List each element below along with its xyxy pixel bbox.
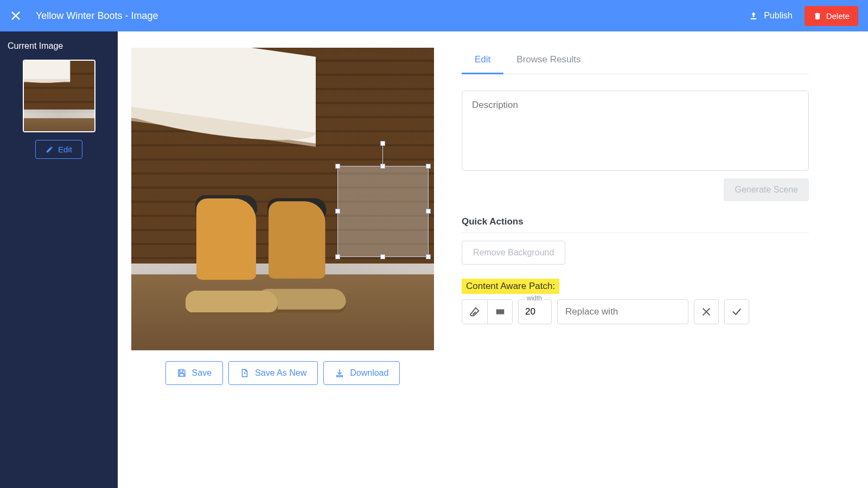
download-icon [335,368,344,378]
trash-icon [813,11,822,20]
cancel-patch-button[interactable] [694,299,719,324]
download-button[interactable]: Download [323,361,400,385]
file-plus-icon [240,368,250,378]
current-image-thumbnail[interactable] [23,60,95,132]
eraser-icon [469,306,481,318]
save-label: Save [192,368,212,378]
width-label: width [525,294,544,302]
delete-label: Delete [826,11,850,21]
svg-rect-0 [496,309,504,314]
save-button[interactable]: Save [165,361,223,385]
save-icon [177,368,187,378]
close-icon [701,306,712,317]
save-as-new-button[interactable]: Save As New [228,361,318,385]
tab-browse-results[interactable]: Browse Results [503,48,593,74]
generate-scene-button[interactable]: Generate Scene [724,178,809,201]
download-label: Download [350,368,388,378]
delete-button[interactable]: Delete [805,6,858,26]
rectangle-icon [494,306,506,318]
rectangle-tool-button[interactable] [487,300,512,324]
upload-icon [749,11,758,21]
image-canvas[interactable] [131,48,434,350]
apply-patch-button[interactable] [724,299,749,324]
selection-box[interactable] [337,166,429,257]
publish-button[interactable]: Publish [749,11,792,21]
rotate-handle[interactable] [380,141,385,146]
tab-edit[interactable]: Edit [462,48,503,74]
width-input[interactable] [518,299,552,324]
quick-actions-heading: Quick Actions [462,216,809,227]
remove-background-button[interactable]: Remove Background [462,241,565,265]
close-icon[interactable] [10,10,22,22]
replace-with-input[interactable] [557,299,688,324]
edit-label: Edit [58,145,72,154]
sidebar: Current Image Edit [0,31,118,488]
content-aware-patch-label: Content Aware Patch: [462,279,559,294]
brush-mode-toggle [462,299,513,324]
page-title: Yellow Winter Boots - Image [36,10,749,22]
divider [462,233,809,233]
pencil-icon [46,145,54,153]
top-bar: Yellow Winter Boots - Image Publish Dele… [0,0,868,31]
description-input[interactable] [462,91,809,171]
save-as-new-label: Save As New [255,368,307,378]
edit-button[interactable]: Edit [35,140,82,159]
panel-tabs: Edit Browse Results [462,48,809,74]
publish-label: Publish [764,11,792,21]
sidebar-heading: Current Image [7,41,111,51]
eraser-tool-button[interactable] [462,300,487,324]
check-icon [731,306,742,317]
